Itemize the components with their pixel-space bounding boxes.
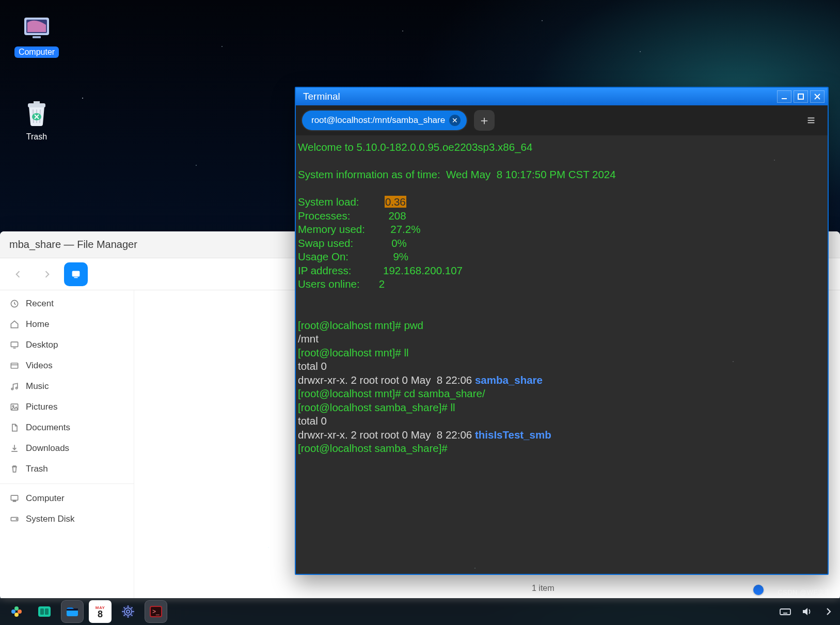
- tray-expand-icon[interactable]: [822, 605, 835, 618]
- file-manager-sidebar: Recent Home Desktop Videos Music Picture…: [0, 290, 134, 600]
- terminal-line: total 0: [298, 415, 327, 427]
- terminal-line: [root@localhost mnt]# pwd: [298, 319, 423, 331]
- tray-keyboard-icon[interactable]: [779, 605, 791, 618]
- sidebar-item-music[interactable]: Music: [0, 376, 134, 397]
- sidebar-item-label: Home: [26, 319, 49, 330]
- calendar-day: 8: [91, 610, 109, 618]
- window-close-button[interactable]: [810, 90, 825, 103]
- desktop: Computer Trash mba_share — File Manager: [0, 0, 840, 625]
- sidebar-item-label: System Disk: [26, 514, 74, 524]
- svg-point-31: [11, 610, 15, 614]
- sidebar-item-label: Music: [26, 381, 49, 392]
- computer-icon: [21, 12, 52, 43]
- sidebar-item-documents[interactable]: Documents: [0, 417, 134, 438]
- terminal-tab[interactable]: root@localhost:/mnt/samba_share ✕: [302, 111, 467, 130]
- terminal-line: System information as of time: Wed May 8…: [298, 168, 616, 180]
- window-maximize-button[interactable]: [794, 90, 808, 103]
- sidebar-item-videos[interactable]: Videos: [0, 355, 134, 376]
- terminal-line: [root@localhost mnt]# cd samba_share/: [298, 387, 485, 399]
- svg-rect-35: [38, 606, 51, 617]
- sidebar-item-recent[interactable]: Recent: [0, 293, 134, 314]
- dock-app-terminal[interactable]: >_: [145, 600, 167, 623]
- stat-value: 27.2%: [390, 223, 420, 235]
- app-launcher-button[interactable]: [5, 600, 28, 623]
- stat-value: 192.168.200.107: [383, 264, 463, 276]
- sidebar-item-label: Documents: [26, 423, 70, 433]
- stat-label: Swap used:: [298, 237, 353, 249]
- sidebar-item-label: Videos: [26, 361, 53, 371]
- svg-point-14: [11, 388, 13, 389]
- desktop-icon-label: Trash: [22, 131, 51, 143]
- zoom-slider-knob[interactable]: [753, 585, 764, 595]
- nav-back-button[interactable]: [6, 262, 30, 286]
- window-minimize-button[interactable]: [777, 90, 791, 103]
- terminal-tabbar: root@localhost:/mnt/samba_share ✕ ＋: [296, 105, 828, 135]
- terminal-output[interactable]: Welcome to 5.10.0-182.0.0.95.oe2203sp3.x…: [296, 135, 828, 574]
- status-text: 1 item: [532, 584, 554, 593]
- sidebar-item-label: Downloads: [26, 443, 69, 454]
- stat-value: 208: [388, 210, 406, 222]
- sidebar-item-label: Computer: [26, 493, 65, 504]
- desktop-icon-trash[interactable]: Trash: [8, 97, 65, 143]
- sidebar-item-computer[interactable]: Computer: [0, 488, 134, 509]
- terminal-line: Welcome to 5.10.0-182.0.0.95.oe2203sp3.x…: [298, 141, 532, 153]
- system-tray: [779, 605, 835, 618]
- dock-app-activities[interactable]: [33, 600, 56, 623]
- sidebar-item-label: Trash: [26, 464, 48, 474]
- terminal-line: drwxr-xr-x. 2 root root 0 May 8 22:06: [298, 374, 475, 386]
- svg-point-34: [14, 613, 19, 617]
- dock-app-file-manager[interactable]: [61, 600, 84, 623]
- stat-label: System load:: [298, 196, 359, 208]
- sidebar-item-home[interactable]: Home: [0, 314, 134, 335]
- sidebar-item-pictures[interactable]: Pictures: [0, 397, 134, 417]
- terminal-line: [root@localhost samba_share]#: [298, 442, 450, 454]
- sidebar-item-label: Recent: [26, 299, 54, 309]
- terminal-line: [root@localhost samba_share]# ll: [298, 401, 455, 413]
- svg-rect-46: [780, 609, 790, 615]
- directory-name: samba_share: [475, 374, 543, 386]
- stat-value: 9%: [393, 251, 408, 262]
- svg-rect-7: [72, 271, 80, 276]
- terminal-window: Terminal root@localhost:/mnt/samba_share…: [295, 87, 829, 575]
- path-segment-button[interactable]: [64, 262, 88, 286]
- sidebar-item-trash[interactable]: Trash: [0, 459, 134, 479]
- svg-point-17: [12, 405, 14, 407]
- svg-rect-37: [45, 608, 49, 615]
- stat-label: Processes:: [298, 210, 350, 222]
- terminal-line: /mnt: [298, 333, 319, 345]
- terminal-line: drwxr-xr-x. 2 root root 0 May 8 22:06: [298, 429, 475, 441]
- svg-rect-12: [11, 363, 18, 368]
- svg-point-32: [18, 610, 22, 614]
- trash-icon: [21, 97, 52, 128]
- svg-rect-2: [33, 36, 41, 38]
- svg-rect-3: [28, 103, 45, 107]
- terminal-line: [root@localhost mnt]# ll: [298, 347, 409, 358]
- sidebar-item-desktop[interactable]: Desktop: [0, 335, 134, 355]
- terminal-titlebar[interactable]: Terminal: [296, 88, 828, 105]
- svg-point-15: [16, 387, 18, 389]
- taskbar: MAY 8 >_: [0, 598, 840, 625]
- dock-app-calendar[interactable]: MAY 8: [89, 600, 112, 623]
- stat-label: Memory used:: [298, 223, 365, 235]
- watermark-text: CSDN @WF文丰: [778, 588, 832, 597]
- svg-rect-36: [40, 608, 44, 615]
- stat-value: 0.36: [385, 196, 406, 208]
- svg-text:>_: >_: [152, 608, 160, 615]
- stat-label: Users online:: [298, 278, 360, 290]
- stat-label: Usage On:: [298, 251, 348, 262]
- sidebar-item-downloads[interactable]: Downloads: [0, 438, 134, 459]
- dock-app-settings[interactable]: [117, 600, 139, 623]
- sidebar-item-label: Pictures: [26, 402, 57, 412]
- stat-label: IP address:: [298, 264, 351, 276]
- hamburger-menu-button[interactable]: [801, 110, 821, 131]
- desktop-icon-computer[interactable]: Computer: [8, 12, 65, 58]
- sidebar-item-system-disk[interactable]: System Disk: [0, 509, 134, 529]
- svg-rect-10: [11, 342, 18, 347]
- sidebar-item-label: Desktop: [26, 340, 58, 350]
- tray-volume-icon[interactable]: [801, 605, 813, 618]
- stat-value: 2: [379, 278, 385, 290]
- new-tab-button[interactable]: ＋: [474, 110, 495, 131]
- nav-forward-button[interactable]: [35, 262, 59, 286]
- svg-rect-8: [74, 277, 77, 278]
- tab-close-icon[interactable]: ✕: [449, 115, 461, 126]
